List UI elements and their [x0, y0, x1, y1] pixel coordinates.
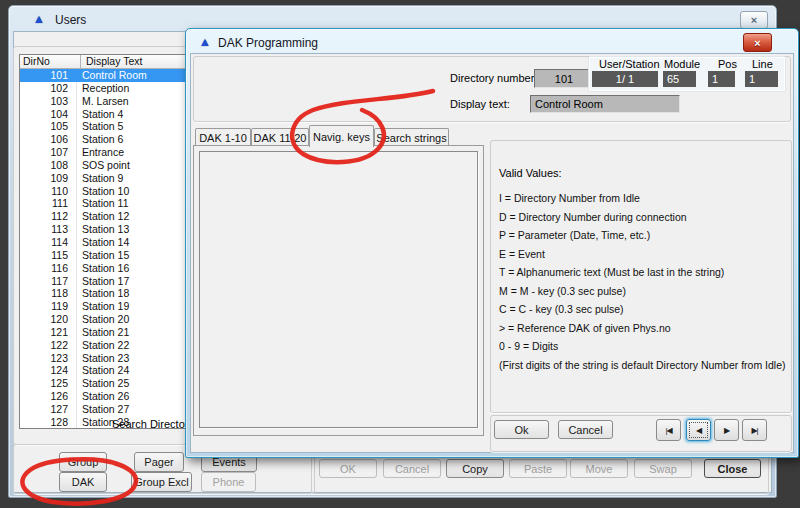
list-item[interactable]: 106Station 6 [20, 133, 185, 146]
pager-button[interactable]: Pager [134, 452, 184, 472]
ok-button: OK [319, 459, 377, 478]
valid-value-item: T = Alphanumeric text (Must be last in t… [499, 263, 787, 282]
tab-dak-1-10[interactable]: DAK 1-10 [195, 128, 251, 146]
list-item[interactable]: 108SOS point [20, 159, 185, 172]
list-item[interactable]: 104Station 4 [20, 108, 185, 121]
line-header: Line [752, 58, 773, 70]
list-item-dirno: 104 [20, 108, 77, 121]
group-button[interactable]: Group [59, 452, 107, 472]
pos-header: Pos [718, 58, 737, 70]
list-item[interactable]: 121Station 21 [20, 326, 185, 339]
desktop: ▲ Users × DirNo Display Text 101Control … [0, 0, 800, 508]
list-item-display-text: Station 26 [77, 390, 185, 403]
list-item-dirno: 119 [20, 300, 77, 313]
list-item-dirno: 103 [20, 95, 77, 108]
paste-button: Paste [509, 459, 567, 478]
ok-button[interactable]: Ok [494, 420, 549, 439]
list-item[interactable]: 112Station 12 [20, 210, 185, 223]
first-record-button[interactable]: |◀ [656, 419, 681, 441]
list-item[interactable]: 111Station 11 [20, 197, 185, 210]
list-item[interactable]: 120Station 20 [20, 313, 185, 326]
last-record-button[interactable]: ▶| [742, 419, 767, 441]
dak-button[interactable]: DAK [59, 472, 107, 492]
tab-navig-keys[interactable]: Navig. keys [309, 125, 374, 147]
tab-dak-11-20[interactable]: DAK 11-20 [251, 128, 309, 146]
list-item[interactable]: 125Station 25 [20, 377, 185, 390]
list-item[interactable]: 126Station 26 [20, 390, 185, 403]
users-window-title: Users [55, 13, 86, 27]
list-item-display-text: Station 16 [77, 262, 185, 275]
list-item-display-text: Station 13 [77, 223, 185, 236]
display-text-label: Display text: [450, 98, 510, 110]
list-item[interactable]: 102Reception [20, 82, 185, 95]
list-item-display-text: Station 23 [77, 352, 185, 365]
dak-titlebar[interactable]: ▲ DAK Programming × [186, 29, 798, 53]
list-item[interactable]: 127Station 27 [20, 403, 185, 416]
list-item[interactable]: 101Control Room [20, 69, 185, 82]
tab-search-strings[interactable]: Search strings [374, 128, 449, 146]
line-value: 1 [745, 71, 778, 87]
list-item-display-text: SOS point [77, 159, 185, 172]
list-item-display-text: Reception [77, 82, 185, 95]
close-button[interactable]: Close [704, 459, 761, 478]
list-item[interactable]: 105Station 5 [20, 120, 185, 133]
list-header[interactable]: DirNo Display Text [20, 55, 185, 69]
list-item[interactable]: 124Station 24 [20, 364, 185, 377]
list-item[interactable]: 110Station 10 [20, 185, 185, 198]
dak-programming-dialog: ▲ DAK Programming × Directory number: 10… [185, 28, 799, 458]
list-item-dirno: 109 [20, 172, 77, 185]
app-triangle-icon: ▲ [199, 35, 211, 49]
list-item-dirno: 123 [20, 352, 77, 365]
directory-number-label: Directory number: [450, 72, 537, 84]
list-item[interactable]: 109Station 9 [20, 172, 185, 185]
list-item[interactable]: 119Station 19 [20, 300, 185, 313]
valid-values-list: I = Directory Number from IdleD = Direct… [499, 189, 787, 374]
dak-dialog-title: DAK Programming [218, 36, 318, 50]
list-item-dirno: 106 [20, 133, 77, 146]
list-item-dirno: 120 [20, 313, 77, 326]
next-record-button[interactable]: ▶ [714, 419, 739, 441]
valid-value-item: > = Reference DAK of given Phys.no [499, 319, 787, 338]
list-item-dirno: 127 [20, 403, 77, 416]
dak-close-button[interactable]: × [743, 33, 772, 52]
list-item-dirno: 107 [20, 146, 77, 159]
list-item[interactable]: 118Station 18 [20, 287, 185, 300]
user-list[interactable]: DirNo Display Text 101Control Room102Rec… [19, 54, 186, 429]
list-item[interactable]: 114Station 14 [20, 236, 185, 249]
list-item[interactable]: 115Station 15 [20, 249, 185, 262]
list-item-dirno: 114 [20, 236, 77, 249]
list-item[interactable]: 122Station 22 [20, 339, 185, 352]
list-item-display-text: Station 11 [77, 197, 185, 210]
list-item-display-text: Station 9 [77, 172, 185, 185]
search-directory-label: Search Director [112, 418, 188, 430]
list-item-display-text: Entrance [77, 146, 185, 159]
list-item-display-text: Station 27 [77, 403, 185, 416]
module-header: Module [664, 58, 700, 70]
list-item-display-text: Station 18 [77, 287, 185, 300]
users-close-button[interactable]: × [740, 11, 768, 29]
valid-value-item: 0 - 9 = Digits [499, 337, 787, 356]
list-item[interactable]: 113Station 13 [20, 223, 185, 236]
previous-record-button[interactable]: ◀ [686, 419, 711, 441]
list-item[interactable]: 123Station 23 [20, 352, 185, 365]
column-header-display-text[interactable]: Display Text [81, 55, 185, 68]
user-station-value: 1/ 1 [592, 71, 658, 87]
list-item-display-text: Station 15 [77, 249, 185, 262]
list-item-display-text: Station 6 [77, 133, 185, 146]
list-item[interactable]: 107Entrance [20, 146, 185, 159]
group-excl-button[interactable]: Group Excl [131, 472, 192, 492]
list-item-display-text: Station 25 [77, 377, 185, 390]
list-item[interactable]: 116Station 16 [20, 262, 185, 275]
cancel-button[interactable]: Cancel [558, 420, 613, 439]
list-item[interactable]: 117Station 17 [20, 275, 185, 288]
users-titlebar[interactable]: ▲ Users × [9, 6, 776, 30]
copy-button[interactable]: Copy [446, 459, 504, 478]
list-item-display-text: Station 21 [77, 326, 185, 339]
list-item-dirno: 116 [20, 262, 77, 275]
column-header-dirno[interactable]: DirNo [20, 55, 81, 68]
valid-value-item: M = M - key (0.3 sec pulse) [499, 282, 787, 301]
navig-keys-tab-page [193, 145, 484, 436]
list-item-display-text: Station 10 [77, 185, 185, 198]
list-item[interactable]: 103M. Larsen [20, 95, 185, 108]
list-rows: 101Control Room102Reception103M. Larsen1… [20, 69, 185, 429]
